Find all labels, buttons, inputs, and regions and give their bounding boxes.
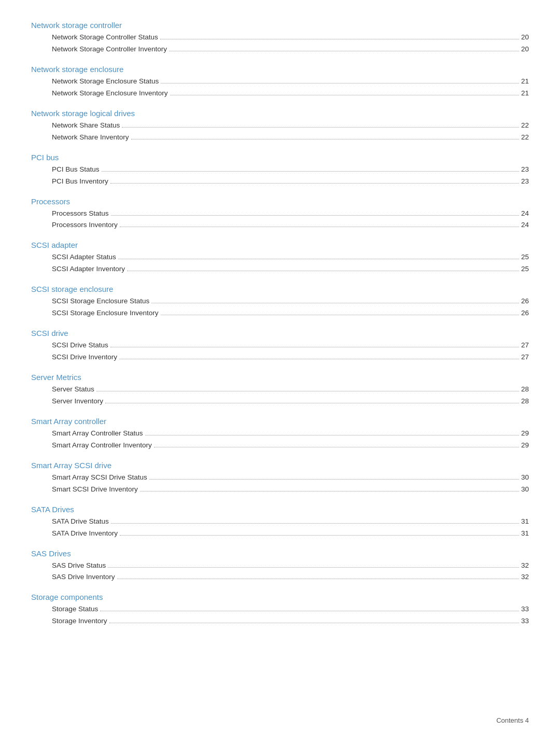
toc-section: Storage componentsStorage Status33Storag… [31, 593, 529, 627]
toc-section: SATA DrivesSATA Drive Status31SATA Drive… [31, 505, 529, 540]
section-heading[interactable]: Storage components [31, 593, 529, 601]
toc-dots [100, 611, 519, 611]
section-heading[interactable]: SATA Drives [31, 505, 529, 514]
toc-dots [160, 39, 519, 39]
toc-entry: Server Status28 [31, 384, 529, 396]
section-heading[interactable]: Smart Array controller [31, 417, 529, 426]
toc-page-number: 24 [521, 208, 529, 220]
toc-page-number: 30 [521, 484, 529, 496]
toc-entry: Smart SCSI Drive Inventory30 [31, 484, 529, 496]
toc-entry-label: Server Status [52, 384, 94, 396]
toc-section: SCSI adapterSCSI Adapter Status25SCSI Ad… [31, 241, 529, 275]
toc-page-number: 25 [521, 263, 529, 275]
toc-page-number: 20 [521, 44, 529, 55]
page-container: Network storage controllerNetwork Storag… [0, 0, 560, 678]
toc-entry-label: Network Share Inventory [52, 132, 129, 144]
toc-entry-label: SCSI Drive Inventory [52, 352, 117, 363]
toc-page-number: 20 [521, 32, 529, 44]
toc-dots [102, 171, 519, 172]
toc-entry-label: SCSI Storage Enclosure Status [52, 296, 149, 307]
toc-dots [120, 535, 519, 536]
toc-dots [109, 623, 519, 623]
toc-entry-label: SCSI Adapter Status [52, 251, 116, 263]
footer-text: Contents 4 [496, 716, 529, 724]
section-heading[interactable]: Network storage logical drives [31, 109, 529, 118]
toc-entry: Smart Array Controller Status29 [31, 428, 529, 440]
toc-dots [149, 479, 519, 480]
toc-section: Network storage logical drivesNetwork Sh… [31, 109, 529, 144]
toc-dots [108, 567, 519, 568]
section-heading[interactable]: SCSI storage enclosure [31, 285, 529, 293]
toc-page-number: 32 [521, 560, 529, 572]
toc-page-number: 22 [521, 132, 529, 144]
toc-entry: Network Storage Enclosure Inventory21 [31, 88, 529, 100]
toc-entry: Smart Array SCSI Drive Status30 [31, 472, 529, 484]
toc-entry-label: SCSI Storage Enclosure Inventory [52, 307, 159, 319]
toc-dots [96, 391, 519, 391]
toc-entry: Processors Status24 [31, 208, 529, 220]
toc-page-number: 22 [521, 120, 529, 132]
toc-dots [111, 215, 519, 216]
toc-entry: Storage Inventory33 [31, 615, 529, 627]
toc-entry-label: Network Storage Enclosure Status [52, 76, 159, 88]
toc-page-number: 26 [521, 307, 529, 319]
toc-entry-label: Network Storage Controller Status [52, 32, 158, 44]
section-heading[interactable]: PCI bus [31, 153, 529, 162]
section-heading[interactable]: Network storage enclosure [31, 65, 529, 74]
toc-dots [111, 523, 519, 524]
toc-page-number: 31 [521, 516, 529, 528]
toc-section: SAS DrivesSAS Drive Status32SAS Drive In… [31, 549, 529, 584]
toc-entry: Network Share Inventory22 [31, 132, 529, 144]
toc-entry-label: Server Inventory [52, 396, 103, 407]
toc-entry-label: SAS Drive Status [52, 560, 106, 572]
toc-section: Network storage controllerNetwork Storag… [31, 21, 529, 55]
toc-entry: SCSI Storage Enclosure Status26 [31, 296, 529, 307]
toc-dots [169, 51, 519, 51]
toc-dots [119, 359, 519, 359]
toc-page-number: 21 [521, 88, 529, 100]
toc-entry-label: Network Storage Controller Inventory [52, 44, 167, 55]
toc-entry-label: SATA Drive Inventory [52, 528, 118, 540]
toc-entry: Network Storage Controller Status20 [31, 32, 529, 44]
section-heading[interactable]: Smart Array SCSI drive [31, 461, 529, 470]
toc-entry-label: Processors Inventory [52, 219, 118, 231]
toc-entry: SAS Drive Status32 [31, 560, 529, 572]
section-heading[interactable]: Network storage controller [31, 21, 529, 30]
toc-dots [170, 95, 519, 95]
toc-entry: SATA Drive Status31 [31, 516, 529, 528]
toc-entry: Network Share Status22 [31, 120, 529, 132]
section-heading[interactable]: SCSI drive [31, 329, 529, 338]
toc-page-number: 28 [521, 384, 529, 396]
toc-section: Smart Array SCSI driveSmart Array SCSI D… [31, 461, 529, 496]
toc-entry: Network Storage Enclosure Status21 [31, 76, 529, 88]
toc-dots [131, 139, 519, 139]
toc-page-number: 26 [521, 296, 529, 307]
toc-entry: Storage Status33 [31, 603, 529, 615]
toc-dots [118, 259, 519, 259]
toc-dots [161, 315, 519, 315]
toc-entry: SCSI Drive Status27 [31, 340, 529, 352]
toc-section: PCI busPCI Bus Status23PCI Bus Inventory… [31, 153, 529, 188]
toc-dots [161, 83, 519, 83]
page-footer: Contents 4 [496, 716, 529, 724]
toc-section: ProcessorsProcessors Status24Processors … [31, 197, 529, 232]
toc-dots [117, 579, 519, 579]
toc-page-number: 27 [521, 340, 529, 352]
toc-entry: SCSI Adapter Inventory25 [31, 263, 529, 275]
toc-entry: PCI Bus Status23 [31, 164, 529, 176]
toc-entry-label: Network Share Status [52, 120, 120, 132]
toc-entry-label: SCSI Drive Status [52, 340, 108, 352]
toc-entry: SCSI Adapter Status25 [31, 251, 529, 263]
toc-section: SCSI storage enclosureSCSI Storage Enclo… [31, 285, 529, 319]
toc-page-number: 29 [521, 428, 529, 440]
section-heading[interactable]: SAS Drives [31, 549, 529, 558]
section-heading[interactable]: SCSI adapter [31, 241, 529, 249]
toc-entry: SCSI Storage Enclosure Inventory26 [31, 307, 529, 319]
toc-section: Server MetricsServer Status28Server Inve… [31, 373, 529, 407]
toc-page-number: 33 [521, 603, 529, 615]
section-heading[interactable]: Server Metrics [31, 373, 529, 382]
toc-entry-label: Processors Status [52, 208, 109, 220]
toc-entry-label: Smart Array Controller Status [52, 428, 143, 440]
section-heading[interactable]: Processors [31, 197, 529, 206]
toc-page-number: 25 [521, 251, 529, 263]
